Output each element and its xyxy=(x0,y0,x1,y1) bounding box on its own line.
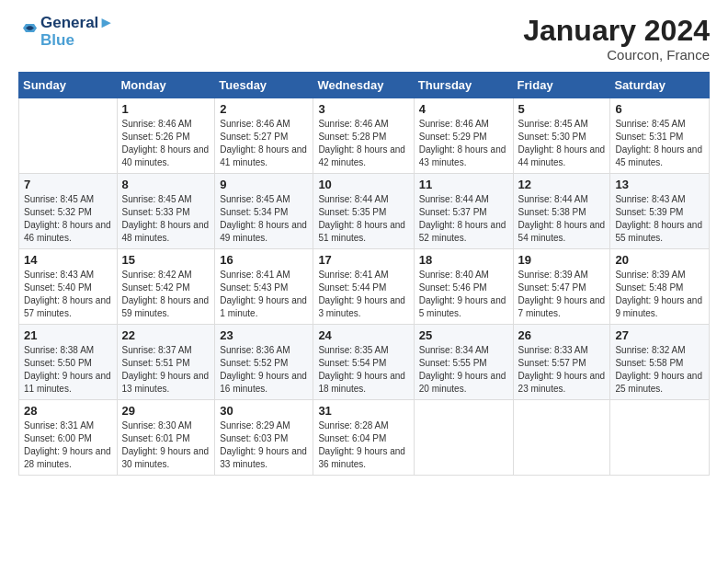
daylight-text: Daylight: 8 hours and 40 minutes. xyxy=(122,144,210,169)
header-saturday: Saturday xyxy=(610,73,710,98)
header-sunday: Sunday xyxy=(19,73,118,98)
sunrise-text: Sunrise: 8:45 AM xyxy=(24,193,112,206)
daylight-text: Daylight: 9 hours and 16 minutes. xyxy=(220,370,308,396)
day-number: 8 xyxy=(122,178,210,191)
daylight-text: Daylight: 9 hours and 30 minutes. xyxy=(122,445,210,471)
sunrise-text: Sunrise: 8:31 AM xyxy=(24,419,112,432)
daylight-text: Daylight: 8 hours and 48 minutes. xyxy=(122,219,210,245)
header-monday: Monday xyxy=(117,73,215,98)
sunrise-text: Sunrise: 8:41 AM xyxy=(220,269,308,282)
day-info: Sunrise: 8:46 AM Sunset: 5:29 PM Dayligh… xyxy=(419,118,508,169)
calendar-cell: 2 Sunrise: 8:46 AM Sunset: 5:27 PM Dayli… xyxy=(215,98,313,174)
calendar-cell: 28 Sunrise: 8:31 AM Sunset: 6:00 PM Dayl… xyxy=(19,400,118,476)
calendar-cell: 18 Sunrise: 8:40 AM Sunset: 5:46 PM Dayl… xyxy=(414,249,513,325)
daylight-text: Daylight: 8 hours and 42 minutes. xyxy=(318,144,408,169)
day-info: Sunrise: 8:31 AM Sunset: 6:00 PM Dayligh… xyxy=(24,419,112,471)
calendar-week-row: 21 Sunrise: 8:38 AM Sunset: 5:50 PM Dayl… xyxy=(19,325,710,400)
calendar-table: Sunday Monday Tuesday Wednesday Thursday… xyxy=(18,72,710,476)
logo-text-line2: Blue xyxy=(40,32,114,50)
month-title: January 2024 xyxy=(523,15,710,47)
sunrise-text: Sunrise: 8:46 AM xyxy=(220,118,308,131)
sunset-text: Sunset: 5:35 PM xyxy=(318,206,408,219)
sunrise-text: Sunrise: 8:45 AM xyxy=(518,118,606,131)
sunset-text: Sunset: 5:52 PM xyxy=(220,357,308,370)
calendar-cell: 23 Sunrise: 8:36 AM Sunset: 5:52 PM Dayl… xyxy=(215,325,313,400)
sunrise-text: Sunrise: 8:46 AM xyxy=(122,118,210,131)
day-info: Sunrise: 8:42 AM Sunset: 5:42 PM Dayligh… xyxy=(122,269,210,320)
day-info: Sunrise: 8:32 AM Sunset: 5:58 PM Dayligh… xyxy=(615,344,704,396)
daylight-text: Daylight: 8 hours and 44 minutes. xyxy=(518,144,606,169)
daylight-text: Daylight: 8 hours and 41 minutes. xyxy=(220,144,308,169)
daylight-text: Daylight: 8 hours and 57 minutes. xyxy=(24,294,112,320)
calendar-cell xyxy=(414,400,513,476)
header-wednesday: Wednesday xyxy=(313,73,414,98)
sunrise-text: Sunrise: 8:44 AM xyxy=(318,193,408,206)
sunset-text: Sunset: 5:33 PM xyxy=(122,206,210,219)
day-number: 20 xyxy=(615,253,704,267)
day-info: Sunrise: 8:46 AM Sunset: 5:28 PM Dayligh… xyxy=(318,118,408,169)
daylight-text: Daylight: 9 hours and 9 minutes. xyxy=(615,294,704,320)
sunset-text: Sunset: 5:57 PM xyxy=(518,357,606,370)
day-info: Sunrise: 8:35 AM Sunset: 5:54 PM Dayligh… xyxy=(318,344,408,396)
sunrise-text: Sunrise: 8:39 AM xyxy=(615,269,704,282)
day-number: 22 xyxy=(122,328,210,342)
day-number: 2 xyxy=(220,102,308,116)
daylight-text: Daylight: 8 hours and 55 minutes. xyxy=(615,219,704,245)
day-info: Sunrise: 8:36 AM Sunset: 5:52 PM Dayligh… xyxy=(220,344,308,396)
day-number: 9 xyxy=(220,178,308,191)
day-number: 13 xyxy=(615,178,704,191)
day-info: Sunrise: 8:46 AM Sunset: 5:27 PM Dayligh… xyxy=(220,118,308,169)
calendar-cell: 10 Sunrise: 8:44 AM Sunset: 5:35 PM Dayl… xyxy=(313,174,414,249)
sunset-text: Sunset: 5:48 PM xyxy=(615,282,704,294)
daylight-text: Daylight: 9 hours and 3 minutes. xyxy=(318,294,408,320)
calendar-cell: 13 Sunrise: 8:43 AM Sunset: 5:39 PM Dayl… xyxy=(610,174,710,249)
daylight-text: Daylight: 8 hours and 45 minutes. xyxy=(615,144,704,169)
sunset-text: Sunset: 5:26 PM xyxy=(122,131,210,144)
sunset-text: Sunset: 5:51 PM xyxy=(122,357,210,370)
day-info: Sunrise: 8:45 AM Sunset: 5:31 PM Dayligh… xyxy=(615,118,704,169)
sunrise-text: Sunrise: 8:46 AM xyxy=(318,118,408,131)
daylight-text: Daylight: 9 hours and 28 minutes. xyxy=(24,445,112,471)
calendar-cell: 31 Sunrise: 8:28 AM Sunset: 6:04 PM Dayl… xyxy=(313,400,414,476)
day-number: 14 xyxy=(24,253,112,267)
day-info: Sunrise: 8:45 AM Sunset: 5:32 PM Dayligh… xyxy=(24,193,112,245)
day-number: 26 xyxy=(518,328,606,342)
sunrise-text: Sunrise: 8:44 AM xyxy=(518,193,606,206)
calendar-cell: 29 Sunrise: 8:30 AM Sunset: 6:01 PM Dayl… xyxy=(117,400,215,476)
daylight-text: Daylight: 8 hours and 46 minutes. xyxy=(24,219,112,245)
header-tuesday: Tuesday xyxy=(215,73,313,98)
daylight-text: Daylight: 9 hours and 11 minutes. xyxy=(24,370,112,396)
weekday-header-row: Sunday Monday Tuesday Wednesday Thursday… xyxy=(19,73,710,98)
day-info: Sunrise: 8:46 AM Sunset: 5:26 PM Dayligh… xyxy=(122,118,210,169)
daylight-text: Daylight: 8 hours and 51 minutes. xyxy=(318,219,408,245)
sunrise-text: Sunrise: 8:30 AM xyxy=(122,419,210,432)
calendar-cell: 25 Sunrise: 8:34 AM Sunset: 5:55 PM Dayl… xyxy=(414,325,513,400)
sunrise-text: Sunrise: 8:33 AM xyxy=(518,344,606,357)
day-number: 11 xyxy=(419,178,508,191)
sunrise-text: Sunrise: 8:34 AM xyxy=(419,344,508,357)
title-area: January 2024 Courcon, France xyxy=(523,15,710,63)
daylight-text: Daylight: 8 hours and 43 minutes. xyxy=(419,144,508,169)
daylight-text: Daylight: 8 hours and 52 minutes. xyxy=(419,219,508,245)
calendar-cell: 26 Sunrise: 8:33 AM Sunset: 5:57 PM Dayl… xyxy=(513,325,610,400)
sunset-text: Sunset: 6:00 PM xyxy=(24,432,112,445)
calendar-week-row: 7 Sunrise: 8:45 AM Sunset: 5:32 PM Dayli… xyxy=(19,174,710,249)
sunset-text: Sunset: 5:47 PM xyxy=(518,282,606,294)
calendar-cell: 1 Sunrise: 8:46 AM Sunset: 5:26 PM Dayli… xyxy=(117,98,215,174)
sunset-text: Sunset: 5:54 PM xyxy=(318,357,408,370)
sunset-text: Sunset: 5:42 PM xyxy=(122,282,210,294)
day-info: Sunrise: 8:37 AM Sunset: 5:51 PM Dayligh… xyxy=(122,344,210,396)
sunrise-text: Sunrise: 8:46 AM xyxy=(419,118,508,131)
day-info: Sunrise: 8:39 AM Sunset: 5:48 PM Dayligh… xyxy=(615,269,704,320)
day-number: 15 xyxy=(122,253,210,267)
calendar-cell xyxy=(610,400,710,476)
calendar-cell: 9 Sunrise: 8:45 AM Sunset: 5:34 PM Dayli… xyxy=(215,174,313,249)
sunset-text: Sunset: 5:58 PM xyxy=(615,357,704,370)
sunrise-text: Sunrise: 8:38 AM xyxy=(24,344,112,357)
daylight-text: Daylight: 9 hours and 18 minutes. xyxy=(318,370,408,396)
sunrise-text: Sunrise: 8:35 AM xyxy=(318,344,408,357)
header-friday: Friday xyxy=(513,73,610,98)
calendar-cell: 3 Sunrise: 8:46 AM Sunset: 5:28 PM Dayli… xyxy=(313,98,414,174)
calendar-cell: 19 Sunrise: 8:39 AM Sunset: 5:47 PM Dayl… xyxy=(513,249,610,325)
calendar-cell: 20 Sunrise: 8:39 AM Sunset: 5:48 PM Dayl… xyxy=(610,249,710,325)
